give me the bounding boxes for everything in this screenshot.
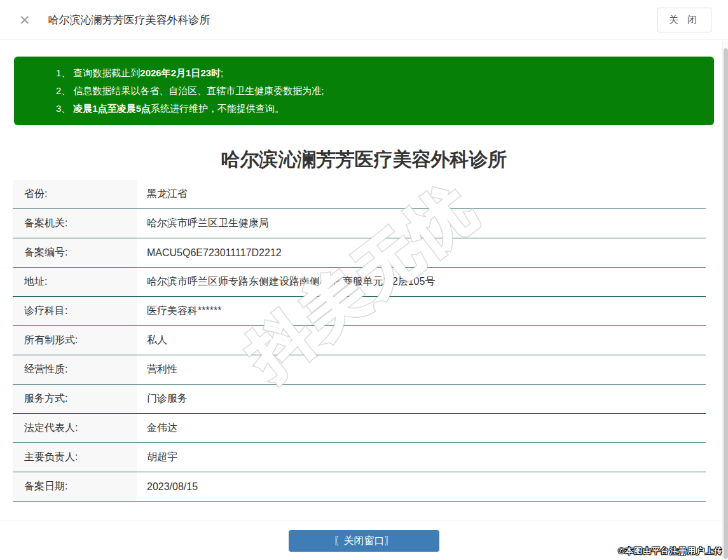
row-value: 2023/08/15 — [137, 472, 706, 501]
notice-text: 系统进行维护，不能提供查询。 — [151, 103, 284, 114]
notice-text-bold: 2026年2月1日23时 — [140, 67, 221, 78]
scrollbar-track[interactable] — [722, 41, 728, 560]
row-value: 哈尔滨市呼兰区师专路东侧建设路南侧A1栋商服单元1-2层105号 — [137, 268, 706, 296]
row-label: 备案编号: — [13, 238, 137, 267]
notice-line-1: 1、查询数据截止到2026年2月1日23时; — [56, 64, 701, 82]
table-row-business-nature: 经营性质: 营利性 — [13, 355, 706, 385]
table-row-filing-date: 备案日期: 2023/08/15 — [13, 472, 706, 502]
row-label: 备案日期: — [13, 472, 137, 501]
table-row-address: 地址: 哈尔滨市呼兰区师专路东侧建设路南侧A1栋商服单元1-2层105号 — [13, 268, 706, 297]
window-header: ✕ 哈尔滨沁澜芳芳医疗美容外科诊所 关 闭 — [0, 0, 728, 40]
row-value: MACU5Q6E723011117D2212 — [137, 238, 706, 267]
page-title: 哈尔滨沁澜芳芳医疗美容外科诊所 — [0, 146, 728, 174]
registration-info-table: 省份: 黑龙江省 备案机关: 哈尔滨市呼兰区卫生健康局 备案编号: MACU5Q… — [13, 180, 706, 502]
notice-line-number: 1、 — [56, 67, 71, 78]
close-window-button[interactable]: 〖关闭窗口〗 — [289, 530, 439, 552]
row-value: 营利性 — [137, 355, 706, 384]
row-value: 门诊服务 — [137, 385, 706, 413]
table-row-service-mode: 服务方式: 门诊服务 — [13, 385, 706, 414]
row-value: 哈尔滨市呼兰区卫生健康局 — [137, 209, 706, 238]
notice-line-number: 3、 — [56, 103, 71, 114]
row-label: 备案机关: — [13, 209, 137, 238]
row-value: 医疗美容科****** — [137, 297, 706, 325]
row-value: 金伟达 — [137, 414, 706, 442]
scrollbar-thumb[interactable] — [724, 48, 728, 559]
notice-line-number: 2、 — [56, 85, 71, 96]
notice-text-bold: 凌晨1点至凌晨5点 — [73, 103, 151, 114]
notice-text: ; — [221, 67, 223, 78]
table-row-province: 省份: 黑龙江省 — [13, 180, 706, 209]
row-value: 私人 — [137, 326, 706, 355]
table-row-ownership-form: 所有制形式: 私人 — [13, 326, 706, 355]
row-label: 法定代表人: — [13, 414, 137, 442]
table-row-legal-representative: 法定代表人: 金伟达 — [13, 414, 706, 443]
row-value: 胡超宇 — [137, 443, 706, 472]
notice-line-2: 2、信息数据结果以各省、自治区、直辖市卫生健康委数据为准; — [56, 82, 701, 100]
header-close-button[interactable]: 关 闭 — [657, 8, 711, 32]
table-row-treatment-subjects: 诊疗科目: 医疗美容科****** — [13, 297, 706, 326]
row-value: 黑龙江省 — [137, 180, 706, 208]
row-label: 主要负责人: — [13, 443, 137, 472]
table-row-filing-number: 备案编号: MACU5Q6E723011117D2212 — [13, 238, 706, 268]
notice-box: 1、查询数据截止到2026年2月1日23时; 2、信息数据结果以各省、自治区、直… — [14, 57, 714, 125]
close-icon[interactable]: ✕ — [19, 13, 31, 27]
row-label: 服务方式: — [13, 385, 137, 413]
row-label: 地址: — [13, 268, 137, 296]
row-label: 所有制形式: — [13, 326, 137, 355]
row-label: 经营性质: — [13, 355, 137, 384]
window-title: 哈尔滨沁澜芳芳医疗美容外科诊所 — [48, 13, 210, 27]
notice-text: 信息数据结果以各省、自治区、直辖市卫生健康委数据为准; — [73, 85, 324, 96]
row-label: 诊疗科目: — [13, 297, 137, 325]
notice-text: 查询数据截止到 — [73, 67, 140, 78]
notice-line-3: 3、凌晨1点至凌晨5点系统进行维护，不能提供查询。 — [56, 100, 701, 118]
table-row-filing-authority: 备案机关: 哈尔滨市呼兰区卫生健康局 — [13, 209, 706, 238]
row-label: 省份: — [13, 180, 137, 208]
table-row-main-person-in-charge: 主要负责人: 胡超宇 — [13, 443, 706, 472]
copyright-note: ©本图由平台注册用户上传 — [618, 545, 723, 557]
